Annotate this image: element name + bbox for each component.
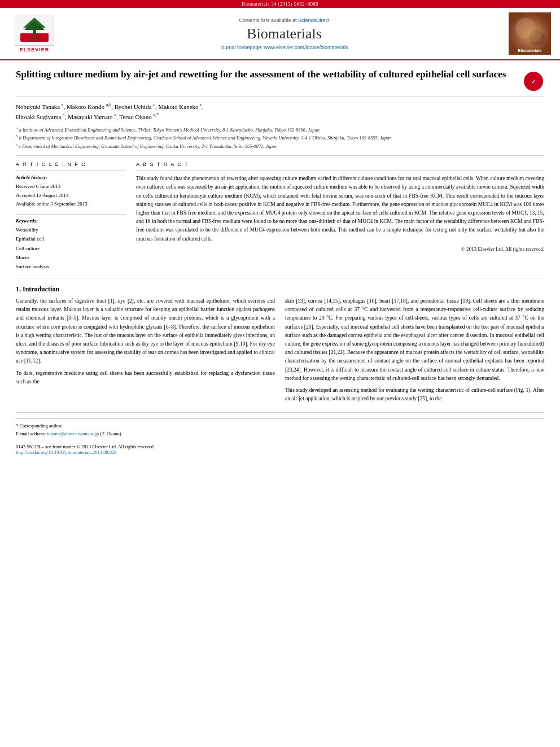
sciencedirect-prefix: Contents lists available at	[239, 18, 298, 23]
citation-text: Biomaterials 34 (2013) 9082–9088	[242, 1, 318, 7]
keywords-label: Keywords:	[16, 218, 126, 224]
intro-right-col: skin [13], cornea [14,15], esophagus [16…	[285, 297, 544, 407]
article-title: Splitting culture medium by air-jet and …	[16, 68, 517, 81]
biomaterials-logo-text: Biomaterials	[509, 49, 551, 53]
citation-bar: Biomaterials 34 (2013) 9082–9088	[0, 0, 560, 8]
keywords-section: Keywords: Wettability Epithelial cell Ce…	[16, 214, 126, 271]
history-label: Article history:	[16, 174, 126, 180]
abstract-header: A B S T R A C T	[136, 161, 544, 167]
intro-left-col: Generally, the surfaces of digestive tra…	[16, 297, 275, 407]
divider-1	[16, 171, 126, 171]
article-body: Splitting culture medium by air-jet and …	[0, 60, 560, 463]
journal-header: ELSEVIER Contents lists available at Sci…	[0, 8, 560, 60]
footer-bottom: 0142-9612/$ – see front matter © 2013 El…	[16, 444, 544, 455]
email-suffix: (T. Okano).	[100, 431, 122, 436]
email-link[interactable]: takano@abmes.twmu.ac.jp	[47, 431, 99, 436]
intro-left-text: Generally, the surfaces of digestive tra…	[16, 297, 275, 386]
intro-title: 1. Introduction	[16, 285, 544, 294]
crossmark-icon: ✓	[524, 72, 543, 91]
abstract-divider	[136, 171, 544, 171]
article-title-section: Splitting culture medium by air-jet and …	[16, 68, 544, 97]
divider-2	[16, 214, 126, 215]
affiliation-a: a a Institute of Advanced Biomedical Eng…	[16, 125, 544, 134]
email-line: E-mail address: takano@abmes.twmu.ac.jp …	[16, 430, 544, 438]
doi-link[interactable]: http://dx.doi.org/10.1016/j.biomaterials…	[16, 449, 544, 455]
footer-divider	[16, 418, 544, 419]
intro-right-text: skin [13], cornea [14,15], esophagus [16…	[285, 297, 544, 403]
elsevier-label: ELSEVIER	[20, 47, 50, 53]
abstract-text: This study found that the phenomenon of …	[136, 174, 544, 243]
received-date: Received 6 June 2013	[16, 182, 126, 191]
affiliation-c: c c Department of Mechanical Engineering…	[16, 142, 544, 150]
affiliations: a a Institute of Advanced Biomedical Eng…	[16, 125, 544, 150]
authors: Nobuyuki Tanaka a, Makoto Kondo a,b, Ryo…	[16, 102, 544, 123]
journal-title-block: Contents lists available at ScienceDirec…	[65, 18, 503, 50]
corresponding-note: * Corresponding author.	[16, 422, 544, 430]
abstract-copyright: © 2013 Elsevier Ltd. All rights reserved…	[136, 246, 544, 252]
abstract-col: A B S T R A C T This study found that th…	[136, 161, 544, 271]
sciencedirect-link[interactable]: ScienceDirect	[298, 18, 330, 23]
keyword-3: Cell culture	[16, 244, 126, 253]
intro-heading: Introduction	[23, 285, 59, 293]
license-text: 0142-9612/$ – see front matter © 2013 El…	[16, 444, 544, 449]
keyword-5: Surface analysis	[16, 262, 126, 271]
journal-name: Biomaterials	[65, 25, 503, 42]
accepted-date: Accepted 12 August 2013	[16, 191, 126, 200]
article-footer: * Corresponding author. E-mail address: …	[16, 412, 544, 455]
elsevier-tree-icon	[15, 15, 54, 46]
intro-number: 1.	[16, 285, 21, 293]
article-info-header: A R T I C L E I N F O	[16, 161, 126, 167]
email-label: E-mail address:	[16, 431, 46, 436]
introduction-section: 1. Introduction Generally, the surfaces …	[16, 285, 544, 407]
doi-anchor[interactable]: http://dx.doi.org/10.1016/j.biomaterials…	[16, 449, 117, 455]
journal-homepage: journal homepage: www.elsevier.com/locat…	[65, 45, 503, 50]
available-date: Available online 3 September 2013	[16, 200, 126, 208]
svg-text:✓: ✓	[531, 79, 536, 85]
elsevier-logo: ELSEVIER	[9, 15, 60, 53]
affiliation-b: b b Department of Integrative Bioscience…	[16, 133, 544, 142]
sciencedirect-info: Contents lists available at ScienceDirec…	[65, 18, 503, 23]
keyword-4: Mucus	[16, 253, 126, 262]
keyword-2: Epithelial cell	[16, 234, 126, 243]
article-info-abstract: A R T I C L E I N F O Article history: R…	[16, 155, 544, 271]
article-info-col: A R T I C L E I N F O Article history: R…	[16, 161, 126, 271]
crossmark-badge: ✓	[523, 71, 544, 92]
svg-point-10	[518, 22, 542, 42]
keyword-1: Wettability	[16, 225, 126, 234]
biomaterials-logo-image: Biomaterials	[509, 12, 551, 55]
main-divider	[16, 278, 544, 278]
intro-body: Generally, the surfaces of digestive tra…	[16, 297, 544, 407]
